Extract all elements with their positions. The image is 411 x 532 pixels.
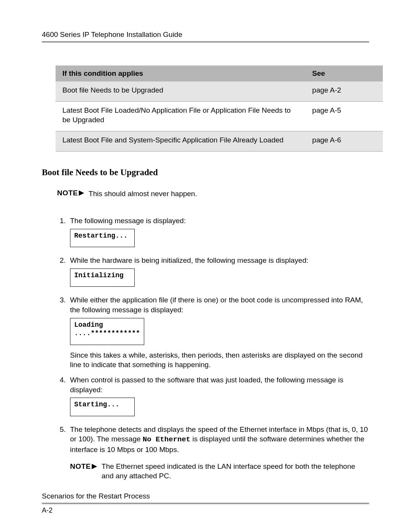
display-box: Restarting... [70,229,135,248]
nested-note: NOTE The Ethernet speed indicated is the… [70,462,369,481]
table-cell-see: page A-5 [305,101,383,131]
list-item: While the hardware is being initialized,… [68,256,369,290]
header-title: 4600 Series IP Telephone Installation Gu… [42,30,369,39]
footer-rule [42,503,369,504]
step-text: While the hardware is being initialized,… [70,256,369,265]
table-header-see: See [305,66,383,81]
table-cell-condition: Boot file Needs to be Upgraded [56,81,305,101]
step-text: When control is passed to the software t… [70,375,369,395]
condition-table: If this condition applies See Boot file … [56,66,383,152]
step-text: The following message is displayed: [70,216,369,226]
svg-marker-1 [92,464,97,469]
step-text: While either the application file (if th… [70,295,369,315]
note-text: This should almost never happen. [89,189,369,199]
header-rule [42,41,369,43]
footer-page-number: A-2 [42,506,369,514]
table-cell-condition: Latest Boot File and System-Specific App… [56,131,305,151]
table-row: Boot file Needs to be Upgraded page A-2 [56,81,383,101]
page: 4600 Series IP Telephone Installation Gu… [0,0,411,532]
svg-marker-0 [79,190,84,196]
note-label-text: NOTE [57,189,78,197]
footer-title: Scenarios for the Restart Process [42,492,369,500]
steps-list: The following message is displayed: Rest… [42,216,369,481]
inline-code: No Ethernet [143,435,190,444]
note-block: NOTE This should almost never happen. [57,189,369,199]
list-item: While either the application file (if th… [68,295,369,370]
table-cell-condition: Latest Boot File Loaded/No Application F… [56,101,305,131]
table-row: Latest Boot File Loaded/No Application F… [56,101,383,131]
arrow-right-icon [92,464,97,469]
list-item: When control is passed to the software t… [68,375,369,419]
note-text: The Ethernet speed indicated is the LAN … [102,462,369,481]
display-box: Initializing [70,268,135,287]
list-item: The telephone detects and displays the s… [68,425,369,481]
step-paragraph: Since this takes a while, asterisks, the… [70,350,369,370]
display-box: Starting... [70,398,135,416]
note-label-text: NOTE [70,462,91,471]
table-header-condition: If this condition applies [56,66,305,81]
table-row: Latest Boot File and System-Specific App… [56,131,383,151]
table-cell-see: page A-2 [305,81,383,101]
note-label: NOTE [57,189,84,197]
list-item: The following message is displayed: Rest… [68,216,369,250]
display-box: Loading ....************ [70,318,144,345]
table-cell-see: page A-6 [305,131,383,151]
section-heading: Boot file Needs to be Upgraded [42,168,369,177]
step-text: The telephone detects and displays the s… [70,425,369,455]
footer: Scenarios for the Restart Process A-2 [42,492,369,514]
note-label: NOTE [70,462,97,471]
arrow-right-icon [79,190,84,196]
